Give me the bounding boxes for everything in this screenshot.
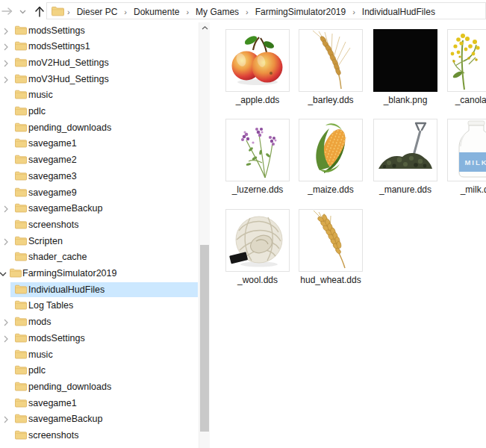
breadcrumb-item[interactable]: My Games bbox=[192, 7, 243, 17]
file-item[interactable]: _apple.dds bbox=[225, 29, 290, 105]
luzerne-flowers-icon bbox=[225, 119, 290, 181]
folder-icon bbox=[15, 414, 27, 423]
file-item[interactable]: _blank.png bbox=[373, 29, 437, 105]
chevron-right-icon[interactable] bbox=[4, 76, 8, 84]
sidebar-item-label: Scripten bbox=[28, 234, 63, 249]
chevron-right-icon[interactable] bbox=[4, 43, 8, 51]
sidebar-item-music[interactable]: music bbox=[0, 87, 199, 104]
file-label: _canola.dds bbox=[447, 95, 486, 105]
chevron-down-icon[interactable] bbox=[18, 8, 27, 16]
sidebar-item-label: pending_downloads bbox=[28, 120, 111, 136]
sidebar-item-savegamebackup[interactable]: savegameBackup bbox=[0, 201, 199, 217]
wheat-ear-icon bbox=[299, 209, 363, 272]
folder-icon bbox=[15, 349, 27, 359]
folder-icon bbox=[15, 122, 27, 132]
breadcrumb-item[interactable]: Dieser PC bbox=[73, 7, 122, 17]
folder-icon bbox=[15, 203, 27, 213]
sidebar-item-mods[interactable]: mods bbox=[0, 314, 199, 331]
file-item[interactable]: MILK _milk.dds bbox=[447, 119, 486, 195]
sidebar-item-savegame1[interactable]: savegame1 bbox=[0, 396, 199, 412]
sidebar-item-modssettings[interactable]: modsSettings bbox=[0, 23, 199, 40]
file-label: _apple.dds bbox=[225, 95, 290, 105]
folder-icon bbox=[52, 6, 64, 16]
sidebar-item-mov2hud-settings[interactable]: moV2Hud_Settings bbox=[0, 55, 199, 72]
apples-icon bbox=[225, 29, 290, 92]
scroll-up-icon[interactable] bbox=[199, 22, 211, 34]
sidebar-item-screenshots[interactable]: screenshots bbox=[0, 428, 199, 444]
file-item[interactable]: _maize.dds bbox=[299, 119, 363, 195]
folder-icon bbox=[15, 365, 27, 375]
file-item[interactable]: _wool.dds bbox=[225, 209, 290, 285]
folder-icon bbox=[15, 333, 27, 343]
sidebar-item-pending-downloads[interactable]: pending_downloads bbox=[0, 379, 199, 396]
folder-icon bbox=[15, 74, 27, 84]
sidebar-item-pdlc[interactable]: pdlc bbox=[0, 104, 199, 120]
file-item[interactable]: _barley.dds bbox=[299, 29, 363, 105]
manure-pile-icon bbox=[373, 119, 437, 181]
folder-icon bbox=[15, 284, 27, 294]
file-item[interactable]: _luzerne.dds bbox=[225, 119, 290, 195]
breadcrumb-item[interactable]: IndividualHudFiles bbox=[358, 7, 439, 17]
chevron-right-icon[interactable] bbox=[4, 416, 8, 423]
sidebar-item-label: mods bbox=[28, 314, 52, 330]
chevron-right-icon[interactable] bbox=[4, 205, 8, 213]
sidebar-item-modssettings[interactable]: modsSettings bbox=[0, 331, 199, 347]
toolbar: ›Dieser PC›Dokumente›My Games›FarmingSim… bbox=[0, 0, 486, 22]
sidebar-item-log-tables[interactable]: Log Tables bbox=[0, 298, 199, 314]
file-label: _manure.dds bbox=[373, 184, 437, 195]
sidebar-item-farmingsimulator2019[interactable]: FarmingSimulator2019 bbox=[0, 266, 199, 282]
chevron-right-icon[interactable] bbox=[4, 60, 8, 67]
sidebar-item-screenshots[interactable]: screenshots bbox=[0, 217, 199, 234]
chevron-down-icon[interactable] bbox=[0, 272, 7, 276]
sidebar-item-scripten[interactable]: Scripten bbox=[0, 234, 199, 250]
address-bar[interactable]: ›Dieser PC›Dokumente›My Games›FarmingSim… bbox=[46, 2, 486, 19]
folder-icon bbox=[15, 300, 27, 310]
sidebar-item-savegame2[interactable]: savegame2 bbox=[0, 152, 199, 169]
sidebar-item-pending-downloads[interactable]: pending_downloads bbox=[0, 120, 199, 137]
sidebar-item-label: savegame9 bbox=[28, 185, 77, 201]
chevron-right-icon[interactable] bbox=[4, 28, 8, 35]
chevron-right-icon[interactable] bbox=[4, 319, 8, 326]
file-item[interactable]: _manure.dds bbox=[373, 119, 437, 195]
file-label: _wool.dds bbox=[225, 275, 290, 285]
sidebar-item-individualhudfiles[interactable]: IndividualHudFiles bbox=[0, 282, 199, 299]
sidebar-item-mov3hud-settings[interactable]: moV3Hud_Settings bbox=[0, 72, 199, 88]
sidebar-item-savegamebackup[interactable]: savegameBackup bbox=[0, 411, 199, 428]
file-item[interactable]: _canola.dds bbox=[447, 29, 486, 105]
breadcrumb-item[interactable]: Dokumente bbox=[130, 7, 183, 17]
sidebar-item-savegame1[interactable]: savegame1 bbox=[0, 136, 199, 152]
sidebar-item-label: music bbox=[28, 87, 53, 103]
chevron-right-icon[interactable] bbox=[4, 335, 8, 343]
file-item[interactable]: hud_wheat.dds bbox=[299, 209, 363, 285]
folder-icon bbox=[15, 138, 27, 148]
sidebar-item-label: modsSettings bbox=[28, 331, 85, 346]
sidebar-item-modssettings1[interactable]: modsSettings1 bbox=[0, 39, 199, 55]
up-arrow-icon[interactable] bbox=[33, 4, 46, 19]
sidebar-item-savegame9[interactable]: savegame9 bbox=[0, 185, 199, 202]
file-label: hud_wheat.dds bbox=[299, 275, 363, 285]
sidebar-scrollbar-thumb[interactable] bbox=[200, 245, 209, 432]
breadcrumb-item[interactable]: FarmingSimulator2019 bbox=[252, 7, 349, 17]
sidebar-item-label: savegameBackup bbox=[28, 201, 102, 217]
forward-arrow-icon[interactable] bbox=[1, 5, 14, 17]
sidebar-item-shader-cache[interactable]: shader_cache bbox=[0, 249, 199, 266]
sidebar-item-label: savegameBackup bbox=[28, 411, 102, 427]
black-square-icon bbox=[373, 29, 437, 92]
breadcrumb-separator: › bbox=[349, 7, 358, 16]
folder-icon bbox=[15, 317, 27, 326]
folder-icon bbox=[15, 252, 27, 261]
sidebar-item-label: modsSettings1 bbox=[28, 39, 90, 55]
sidebar-item-label: modsSettings bbox=[28, 23, 85, 39]
folder-icon bbox=[15, 220, 27, 229]
chevron-right-icon[interactable] bbox=[4, 238, 8, 246]
sidebar-item-label: shader_cache bbox=[28, 249, 87, 265]
sidebar-item-label: music bbox=[28, 347, 53, 363]
sidebar-item-music[interactable]: music bbox=[0, 347, 199, 364]
sidebar-scrollbar[interactable] bbox=[199, 22, 210, 448]
sidebar-item-pdlc[interactable]: pdlc bbox=[0, 363, 199, 379]
sidebar-item-label: pdlc bbox=[28, 363, 46, 379]
breadcrumb-separator: › bbox=[243, 7, 252, 16]
sidebar-item-savegame3[interactable]: savegame3 bbox=[0, 169, 199, 185]
file-label: _barley.dds bbox=[299, 95, 363, 105]
sidebar-item-label: screenshots bbox=[28, 217, 78, 233]
